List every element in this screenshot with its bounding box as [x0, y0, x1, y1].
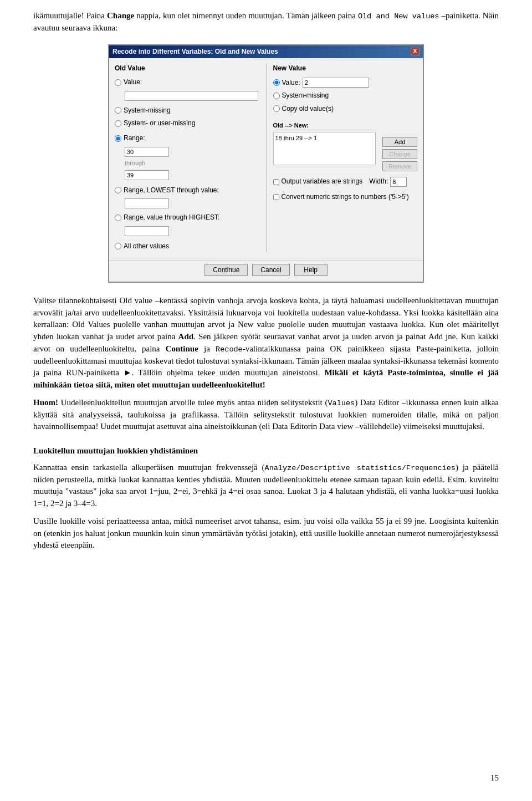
new-value-input[interactable] — [303, 78, 369, 88]
numeric-checkbox[interactable] — [273, 194, 279, 200]
old-value-radio[interactable]: Value: — [115, 78, 259, 87]
system-missing-radio[interactable]: System-missing — [115, 106, 259, 115]
range-highest-radio-input[interactable] — [115, 215, 121, 221]
old-value-column: Old Value Value: System-missing System- … — [115, 64, 259, 252]
range-from-input[interactable] — [125, 147, 169, 157]
dialog-titlebar: Recode into Different Variables: Old and… — [109, 45, 423, 58]
dialog-body: Old Value Value: System-missing System- … — [109, 58, 423, 258]
system-missing-radio-input[interactable] — [115, 107, 121, 114]
dialog-footer: Continue Cancel Help — [109, 260, 423, 282]
action-buttons: Add Change Remove — [382, 137, 417, 171]
all-other-radio[interactable]: All other values — [115, 242, 259, 251]
dialog-divider — [266, 64, 267, 252]
page-number: 15 — [490, 772, 499, 784]
all-other-label: All other values — [124, 242, 169, 251]
new-value-radio[interactable]: Value: — [273, 78, 418, 88]
range-lowest-input[interactable] — [125, 198, 169, 208]
dialog-title: Recode into Different Variables: Old and… — [112, 47, 278, 57]
range-radio[interactable]: Range: — [115, 134, 259, 143]
system-or-user-radio-input[interactable] — [115, 120, 121, 127]
intro-para: ikämuuttujalle! Paina Change nappia, kun… — [33, 10, 499, 34]
cancel-button[interactable]: Cancel — [252, 264, 289, 276]
new-value-label: New Value — [273, 64, 418, 73]
strings-checkbox-row[interactable]: Output variables are strings Width: — [273, 177, 418, 187]
huom-bold: Huom! — [33, 398, 58, 407]
old-value-label: Old Value — [115, 64, 259, 73]
add-button[interactable]: Add — [382, 137, 417, 147]
body-para4: Uusille luokille voisi periaatteessa ant… — [33, 516, 499, 552]
intro-text-1: ikämuuttujalle! Paina Change nappia, kun… — [33, 11, 499, 32]
range-highest-label: Range, value through HIGHEST: — [124, 213, 219, 222]
system-or-user-radio[interactable]: System- or user-missing — [115, 119, 259, 128]
range-to-input[interactable] — [125, 170, 169, 180]
new-system-missing-label: System-missing — [282, 91, 329, 100]
change-button[interactable]: Change — [382, 149, 417, 159]
copy-old-label: Copy old value(s) — [282, 104, 334, 114]
new-value-radio-label: Value: — [282, 78, 300, 88]
continue-bold: Continue — [166, 344, 198, 353]
strings-checkbox[interactable] — [273, 179, 279, 185]
right-panel: New Value Value: System-missing Copy old… — [273, 64, 418, 252]
range-highest-input[interactable] — [125, 226, 169, 236]
width-input[interactable] — [390, 177, 407, 187]
add-bold: Add — [178, 332, 194, 341]
values-code: Values — [328, 399, 355, 407]
body-para1: Valitse tilannekohtaisesti Old value –ke… — [33, 295, 499, 391]
new-value-radio-input[interactable] — [273, 79, 280, 86]
old-new-area: Old --> New: 18 thru 29 --> 1 Add Change… — [273, 121, 418, 171]
body-para3: Kannattaa ensin tarkastella alkuperäisen… — [33, 462, 499, 510]
numeric-label: Convert numeric strings to numbers ('5->… — [282, 192, 409, 202]
dialog-recode: Recode into Different Variables: Old and… — [108, 44, 424, 283]
range-highest-radio[interactable]: Range, value through HIGHEST: — [115, 213, 259, 222]
old-new-entry: 18 thru 29 --> 1 — [275, 135, 318, 141]
analyze-code: Analyze/Descriptive statistics/Frequenci… — [265, 464, 456, 472]
copy-old-radio-input[interactable] — [273, 105, 280, 112]
all-other-radio-input[interactable] — [115, 243, 121, 249]
width-label: Width: — [369, 177, 388, 186]
help-button[interactable]: Help — [294, 264, 328, 276]
new-system-missing-radio-input[interactable] — [273, 93, 280, 99]
old-new-section-label: Old --> New: — [273, 121, 376, 130]
range-radio-input[interactable] — [115, 135, 121, 142]
old-new-listbox[interactable]: 18 thru 29 --> 1 — [273, 132, 376, 165]
old-value-radio-input[interactable] — [115, 79, 121, 86]
section-heading: Luokitellun muuttujan luokkien yhdistämi… — [33, 445, 499, 457]
run-arrow: ► — [124, 368, 132, 377]
range-label: Range: — [124, 134, 145, 143]
old-value-input[interactable] — [125, 91, 258, 101]
numeric-checkbox-row[interactable]: Convert numeric strings to numbers ('5->… — [273, 192, 418, 202]
remove-button[interactable]: Remove — [382, 161, 417, 171]
system-or-user-label: System- or user-missing — [124, 119, 195, 128]
new-system-missing-radio[interactable]: System-missing — [273, 91, 418, 100]
copy-old-radio[interactable]: Copy old value(s) — [273, 104, 418, 114]
continue-button[interactable]: Continue — [204, 264, 248, 276]
dialog-wrapper: Recode into Different Variables: Old and… — [33, 44, 499, 283]
old-value-radio-label: Value: — [124, 78, 142, 87]
range-lowest-label: Range, LOWEST through value: — [124, 186, 219, 195]
warning-bold: Mikäli et käytä Paste-toimintoa, sinulle… — [33, 368, 499, 389]
system-missing-label: System-missing — [124, 106, 171, 115]
strings-label: Output variables are strings — [282, 177, 363, 186]
old-new-section: Old --> New: 18 thru 29 --> 1 — [273, 121, 376, 171]
range-lowest-radio-input[interactable] — [115, 187, 121, 193]
old-new-values-code: Old and New values — [358, 12, 439, 21]
through-label: through — [125, 159, 259, 168]
range-lowest-radio[interactable]: Range, LOWEST through value: — [115, 186, 259, 195]
change-bold: Change — [107, 11, 134, 20]
dialog-close-button[interactable]: X — [411, 48, 420, 55]
recode-code: Recode — [216, 345, 243, 354]
body-para2: Huom! Uudelleenluokitellun muuttujan arv… — [33, 397, 499, 433]
